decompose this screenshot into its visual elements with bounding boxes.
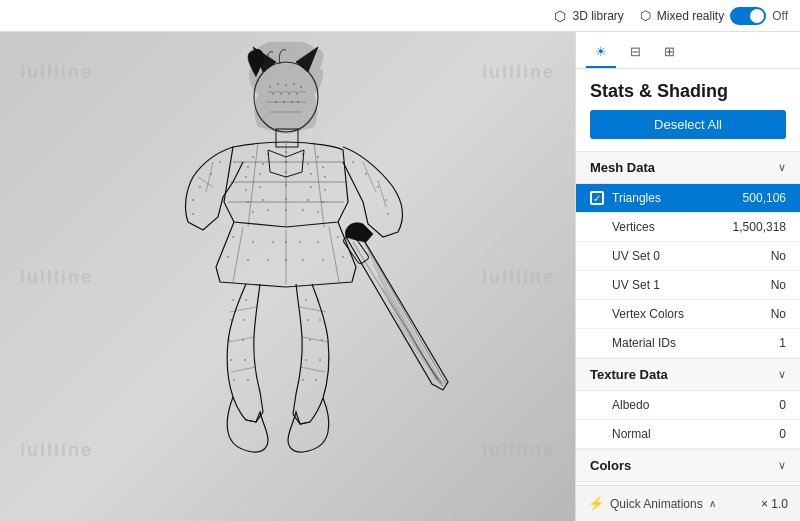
svg-line-23 [300,307,326,312]
vertices-value: 1,500,318 [733,220,786,234]
svg-point-53 [302,153,304,155]
3d-library-item[interactable]: ⬡ 3D library [554,8,623,24]
mesh-data-section-header[interactable]: Mesh Data ∨ [576,151,800,184]
svg-point-123 [302,379,304,381]
colors-section-header[interactable]: Colors ∨ [576,449,800,482]
main-area: lullline lullline lullline lullline lull… [0,32,800,521]
svg-point-114 [317,299,319,301]
svg-point-90 [232,236,234,238]
svg-point-94 [299,241,301,243]
quick-animations-icon: ⚡ [588,496,604,511]
mesh-data-title: Mesh Data [590,160,655,175]
off-label: Off [772,9,788,23]
svg-point-85 [352,161,354,163]
svg-point-92 [272,241,274,243]
svg-point-61 [259,173,261,175]
triangles-checkbox[interactable]: ✓ [590,191,604,205]
vertices-row: Vertices 1,500,318 [576,213,800,242]
tab-grid2[interactable]: ⊞ [654,40,684,68]
svg-point-111 [244,359,246,361]
svg-point-86 [365,173,367,175]
svg-point-71 [262,199,264,201]
svg-point-88 [385,199,387,201]
quick-animations-label: Quick Animations [610,497,703,511]
albedo-value: 0 [779,398,786,412]
deselect-all-button[interactable]: Deselect All [590,110,786,139]
uv-set-0-value: No [771,249,786,263]
svg-line-24 [302,337,328,342]
vertex-colors-value: No [771,307,786,321]
svg-point-98 [247,259,249,261]
svg-point-74 [322,201,324,203]
tab-grid[interactable]: ⊟ [620,40,650,68]
svg-point-82 [199,186,201,188]
svg-point-54 [317,156,319,158]
vertex-colors-label: Vertex Colors [590,307,684,321]
tab-sun[interactable]: ☀ [586,40,616,68]
material-ids-value: 1 [779,336,786,350]
triangles-row-left: ✓ Triangles [590,191,661,205]
normal-value: 0 [779,427,786,441]
right-panel: ☀ ⊟ ⊞ Stats & Shading Deselect All Mesh … [575,32,800,521]
mixed-reality-item[interactable]: ⬡ Mixed reality Off [640,7,788,25]
svg-point-69 [324,189,326,191]
svg-point-101 [302,259,304,261]
svg-point-99 [267,259,269,261]
texture-data-section-header[interactable]: Texture Data ∨ [576,358,800,391]
tab-bar: ☀ ⊟ ⊞ [576,32,800,69]
svg-point-113 [247,379,249,381]
svg-point-84 [192,213,194,215]
svg-point-73 [307,199,309,201]
svg-point-107 [243,319,245,321]
chevron-up-icon: ∧ [709,498,716,509]
svg-point-121 [305,359,307,361]
svg-point-55 [247,166,249,168]
colors-title: Colors [590,458,631,473]
svg-point-100 [285,259,287,261]
material-ids-row: Material IDs 1 [576,329,800,358]
triangles-row[interactable]: ✓ Triangles 500,106 [576,184,800,213]
mixed-reality-label: Mixed reality [657,9,724,23]
svg-point-118 [321,339,323,341]
panel-title: Stats & Shading [576,69,800,110]
svg-line-22 [231,367,256,372]
material-ids-label: Material IDs [590,336,676,350]
svg-point-110 [230,359,232,361]
svg-point-64 [324,176,326,178]
svg-point-67 [285,184,287,186]
svg-point-108 [228,339,230,341]
svg-point-112 [233,379,235,381]
svg-point-102 [322,259,324,261]
vertices-label: Vertices [590,220,655,234]
svg-point-63 [310,173,312,175]
svg-point-58 [307,163,309,165]
svg-point-80 [219,161,221,163]
svg-point-120 [319,359,321,361]
svg-line-28 [368,252,443,386]
viewport[interactable]: lullline lullline lullline lullline lull… [0,32,575,521]
multiplier-label: × 1.0 [761,497,788,511]
svg-line-17 [233,227,243,282]
uv-set-1-row: UV Set 1 No [576,271,800,300]
svg-point-104 [232,299,234,301]
svg-point-93 [285,241,287,243]
svg-point-52 [285,151,287,153]
svg-point-96 [337,236,339,238]
svg-point-68 [310,186,312,188]
svg-point-105 [245,299,247,301]
3d-library-label: 3D library [572,9,623,23]
svg-point-78 [302,209,304,211]
mixed-reality-toggle[interactable] [730,7,766,25]
svg-line-21 [228,337,254,342]
svg-point-70 [247,201,249,203]
svg-point-89 [387,213,389,215]
svg-point-79 [317,211,319,213]
multiplier-area: × 1.0 [761,497,788,511]
svg-point-59 [322,166,324,168]
svg-line-12 [314,142,324,227]
mixed-reality-icon: ⬡ [640,8,651,23]
uv-set-0-row: UV Set 0 No [576,242,800,271]
quick-animations-area[interactable]: ⚡ Quick Animations ∧ [588,496,716,511]
svg-line-34 [398,324,443,384]
texture-data-chevron: ∨ [778,368,786,381]
